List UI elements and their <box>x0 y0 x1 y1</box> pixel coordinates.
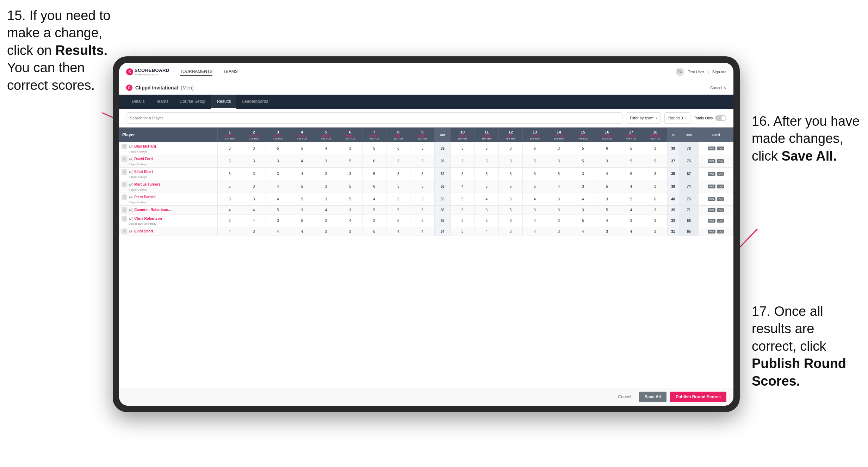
hole-4-score[interactable]: 5 <box>290 214 314 227</box>
hole-15-score[interactable]: 5 <box>571 155 595 168</box>
totals-only-toggle[interactable]: Totals Only <box>694 115 726 121</box>
hole-16-score[interactable]: 5 <box>595 206 619 214</box>
nav-link-tournaments[interactable]: TOURNAMENTS <box>180 68 212 76</box>
hole-3-score[interactable]: 5 <box>266 206 290 214</box>
hole-2-score[interactable]: 3 <box>242 227 266 236</box>
hole-5-score[interactable]: 4 <box>314 206 338 214</box>
hole-9-score[interactable]: 4 <box>410 227 434 236</box>
hole-18-score[interactable]: 6 <box>643 193 667 206</box>
dq-button[interactable]: DQ <box>717 219 724 223</box>
hole-16-score[interactable]: 4 <box>595 214 619 227</box>
hole-13-score[interactable]: 4 <box>523 227 547 236</box>
hole-11-score[interactable]: 5 <box>475 214 498 227</box>
hole-15-score[interactable]: 4 <box>571 193 595 206</box>
tab-teams[interactable]: Teams <box>150 95 174 109</box>
hole-9-score[interactable]: 3 <box>410 168 434 180</box>
hole-13-score[interactable]: 3 <box>523 206 547 214</box>
hole-5-score[interactable]: 3 <box>314 168 338 180</box>
sign-out-link[interactable]: Sign out <box>712 70 726 74</box>
hole-1-score[interactable]: 3 <box>218 193 242 206</box>
hole-11-score[interactable]: 5 <box>475 142 498 155</box>
hole-9-score[interactable]: 5 <box>410 214 434 227</box>
hole-5-score[interactable]: 3 <box>314 180 338 193</box>
hole-7-score[interactable]: 6 <box>362 180 386 193</box>
hole-2-score[interactable]: 3 <box>242 193 266 206</box>
hole-8-score[interactable]: 3 <box>386 180 410 193</box>
hole-13-score[interactable]: 6 <box>523 142 547 155</box>
publish-round-scores-button[interactable]: Publish Round Scores <box>670 392 726 402</box>
hole-2-score[interactable]: 3 <box>242 180 266 193</box>
dq-button[interactable]: DQ <box>717 147 724 150</box>
tab-results[interactable]: Results <box>211 95 236 109</box>
hole-18-score[interactable]: 5 <box>643 155 667 168</box>
hole-3-score[interactable]: 4 <box>266 193 290 206</box>
hole-2-score[interactable]: 3 <box>242 142 266 155</box>
hole-1-score[interactable]: 5 <box>218 168 242 180</box>
hole-15-score[interactable]: 4 <box>571 227 595 236</box>
hole-8-score[interactable]: 5 <box>386 214 410 227</box>
player-name[interactable]: Cameron Robertson... <box>134 208 171 212</box>
hole-17-score[interactable]: 4 <box>619 206 643 214</box>
hole-14-score[interactable]: 3 <box>547 155 571 168</box>
hole-3-score[interactable]: 4 <box>266 180 290 193</box>
hole-4-score[interactable]: 4 <box>290 168 314 180</box>
hole-18-score[interactable]: 3 <box>643 227 667 236</box>
hole-16-score[interactable]: 4 <box>595 168 619 180</box>
player-name[interactable]: Piers Parnell <box>134 195 156 199</box>
dq-button[interactable]: DQ <box>717 185 724 188</box>
hole-11-score[interactable]: 5 <box>475 155 498 168</box>
hole-14-score[interactable]: 4 <box>547 180 571 193</box>
dq-button[interactable]: DQ <box>717 230 724 234</box>
wd-button[interactable]: WD <box>708 230 715 234</box>
player-name[interactable]: Marcus Turners <box>134 182 160 186</box>
hole-18-score[interactable]: 3 <box>643 168 667 180</box>
hole-11-score[interactable]: 4 <box>475 227 498 236</box>
hole-4-score[interactable]: 5 <box>290 180 314 193</box>
hole-8-score[interactable]: 3 <box>386 168 410 180</box>
hole-6-score[interactable]: 3 <box>338 206 362 214</box>
hole-12-score[interactable]: 3 <box>498 168 522 180</box>
hole-7-score[interactable]: 5 <box>362 227 386 236</box>
hole-16-score[interactable]: 5 <box>595 180 619 193</box>
dq-button[interactable]: DQ <box>717 197 724 201</box>
hole-4-score[interactable]: 4 <box>290 155 314 168</box>
hole-10-score[interactable]: 4 <box>451 180 475 193</box>
hole-13-score[interactable]: 4 <box>523 214 547 227</box>
hole-10-score[interactable]: 3 <box>451 142 475 155</box>
dq-button[interactable]: DQ <box>717 172 724 176</box>
hole-1-score[interactable]: 4 <box>218 206 242 214</box>
hole-6-score[interactable]: 3 <box>338 168 362 180</box>
hole-6-score[interactable]: 5 <box>338 193 362 206</box>
hole-10-score[interactable]: 6 <box>451 206 475 214</box>
hole-7-score[interactable]: 5 <box>362 206 386 214</box>
hole-6-score[interactable]: 5 <box>338 155 362 168</box>
player-name[interactable]: Elliot Short <box>134 229 153 233</box>
wd-button[interactable]: WD <box>708 147 715 150</box>
hole-15-score[interactable]: 5 <box>571 142 595 155</box>
hole-13-score[interactable]: 3 <box>523 168 547 180</box>
hole-8-score[interactable]: 3 <box>386 193 410 206</box>
hole-17-score[interactable]: 4 <box>619 227 643 236</box>
hole-15-score[interactable]: 5 <box>571 214 595 227</box>
hole-18-score[interactable]: 3 <box>643 206 667 214</box>
hole-4-score[interactable]: 5 <box>290 142 314 155</box>
hole-11-score[interactable]: 4 <box>475 193 498 206</box>
hole-3-score[interactable]: 3 <box>266 214 290 227</box>
hole-14-score[interactable]: 3 <box>547 193 571 206</box>
hole-9-score[interactable]: 3 <box>410 206 434 214</box>
hole-10-score[interactable]: 3 <box>451 214 475 227</box>
hole-13-score[interactable]: 5 <box>523 180 547 193</box>
dq-button[interactable]: DQ <box>717 208 724 212</box>
hole-12-score[interactable]: 3 <box>498 214 522 227</box>
hole-9-score[interactable]: 5 <box>410 155 434 168</box>
player-name[interactable]: Blair McHarg <box>134 144 156 148</box>
hole-6-score[interactable]: 3 <box>338 142 362 155</box>
hole-17-score[interactable]: 5 <box>619 142 643 155</box>
hole-8-score[interactable]: 3 <box>386 155 410 168</box>
wd-button[interactable]: WD <box>708 219 715 223</box>
hole-12-score[interactable]: 3 <box>498 227 522 236</box>
hole-9-score[interactable]: 5 <box>410 193 434 206</box>
wd-button[interactable]: WD <box>708 185 715 188</box>
hole-17-score[interactable]: 4 <box>619 180 643 193</box>
hole-12-score[interactable]: 5 <box>498 193 522 206</box>
